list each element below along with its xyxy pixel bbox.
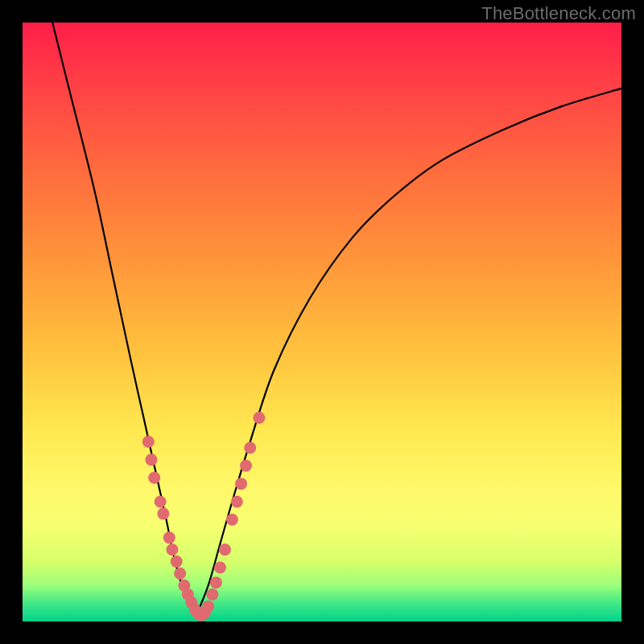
marker-point xyxy=(244,442,256,454)
marker-point xyxy=(240,460,252,472)
marker-point xyxy=(226,514,238,526)
marker-point xyxy=(145,454,157,466)
marker-point xyxy=(206,588,218,601)
marker-point xyxy=(148,472,160,484)
chart-frame: TheBottleneck.com xyxy=(0,0,644,644)
marker-point xyxy=(231,496,243,508)
marker-point xyxy=(155,496,167,508)
marker-point xyxy=(142,436,155,448)
highlight-markers xyxy=(142,412,266,622)
curve-svg xyxy=(23,23,621,621)
marker-point xyxy=(219,543,231,555)
marker-point xyxy=(174,568,186,580)
marker-point xyxy=(171,555,183,568)
marker-point xyxy=(157,508,169,520)
marker-point xyxy=(214,562,226,574)
marker-point xyxy=(163,531,175,543)
marker-point xyxy=(210,576,222,588)
right-branch-curve xyxy=(196,89,621,616)
marker-point xyxy=(202,601,214,613)
marker-point xyxy=(235,477,247,489)
marker-point xyxy=(253,412,265,424)
plot-area xyxy=(23,23,621,621)
left-branch-curve xyxy=(52,23,196,616)
marker-point xyxy=(167,543,179,555)
watermark-text: TheBottleneck.com xyxy=(481,3,636,24)
